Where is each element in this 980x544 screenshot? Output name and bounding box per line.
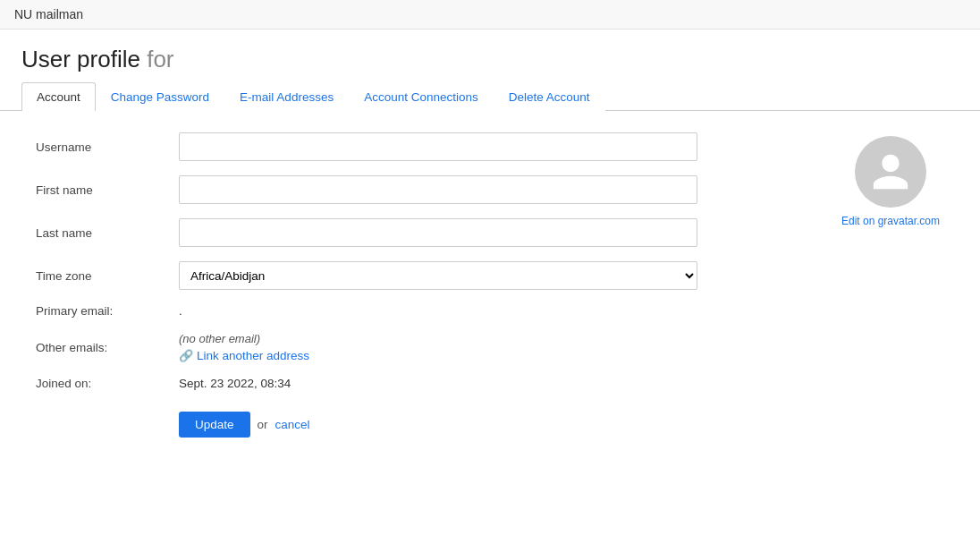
- username-label: Username: [36, 140, 179, 154]
- other-emails-value: (no other email): [179, 332, 309, 345]
- username-input[interactable]: [179, 132, 697, 161]
- app-title: NU mailman: [14, 7, 83, 21]
- tab-delete-account[interactable]: Delete Account: [494, 82, 605, 111]
- other-emails-content: (no other email) 🔗 Link another address: [179, 332, 309, 362]
- avatar: [855, 136, 926, 208]
- firstname-label: First name: [36, 183, 179, 197]
- joined-value: Sept. 23 2022, 08:34: [179, 377, 291, 390]
- update-button[interactable]: Update: [179, 412, 250, 438]
- tab-account-connections[interactable]: Account Connections: [349, 82, 494, 111]
- primary-email-value: .: [179, 304, 182, 318]
- timezone-select[interactable]: Africa/AbidjanAfrica/AccraAfrica/Addis_A…: [179, 261, 697, 290]
- profile-form: Username First name Last name Time zone …: [36, 132, 815, 438]
- main-content: Username First name Last name Time zone …: [0, 111, 980, 459]
- avatar-area: Edit on gravatar.com: [837, 132, 944, 438]
- tab-email-addresses[interactable]: E-mail Addresses: [224, 82, 349, 111]
- lastname-input[interactable]: [179, 218, 697, 247]
- other-emails-row: Other emails: (no other email) 🔗 Link an…: [36, 332, 815, 362]
- joined-label: Joined on:: [36, 377, 179, 390]
- lastname-label: Last name: [36, 226, 179, 240]
- link-icon: 🔗: [179, 349, 193, 362]
- or-text: or: [258, 418, 268, 431]
- firstname-row: First name: [36, 175, 815, 204]
- top-bar: NU mailman: [0, 0, 980, 30]
- joined-row: Joined on: Sept. 23 2022, 08:34: [36, 377, 815, 390]
- page-title-area: User profile for: [0, 30, 980, 82]
- link-another-address[interactable]: 🔗 Link another address: [179, 349, 309, 362]
- tab-account[interactable]: Account: [21, 82, 96, 111]
- avatar-icon: [869, 150, 912, 193]
- tabs-nav: Account Change Password E-mail Addresses…: [0, 82, 980, 111]
- timezone-row: Time zone Africa/AbidjanAfrica/AccraAfri…: [36, 261, 815, 290]
- cancel-link[interactable]: cancel: [275, 418, 310, 431]
- timezone-label: Time zone: [36, 269, 179, 283]
- username-row: Username: [36, 132, 815, 161]
- other-emails-label: Other emails:: [36, 341, 179, 354]
- firstname-input[interactable]: [179, 175, 697, 204]
- primary-email-row: Primary email: .: [36, 304, 815, 318]
- form-area: Username First name Last name Time zone …: [36, 132, 944, 438]
- primary-email-label: Primary email:: [36, 304, 179, 318]
- link-another-label: Link another address: [197, 349, 309, 362]
- action-row: Update or cancel: [36, 412, 815, 438]
- gravatar-link[interactable]: Edit on gravatar.com: [841, 215, 940, 227]
- page-title: User profile for: [21, 46, 959, 73]
- tab-change-password[interactable]: Change Password: [96, 82, 224, 111]
- lastname-row: Last name: [36, 218, 815, 247]
